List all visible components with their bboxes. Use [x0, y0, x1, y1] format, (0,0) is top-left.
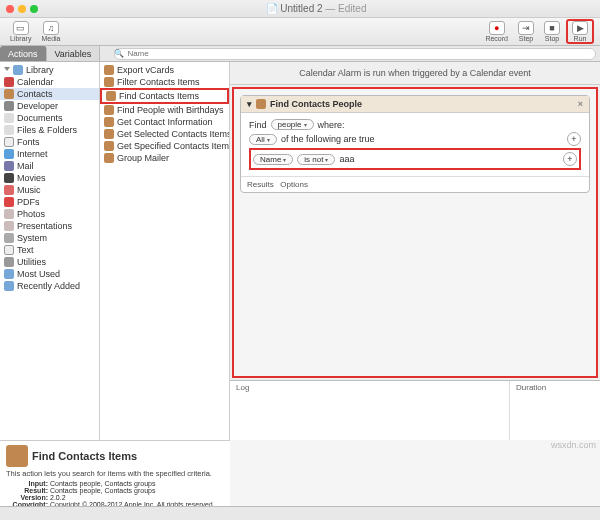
condition-operator-select[interactable]: is not: [297, 154, 335, 165]
movies-icon: [4, 173, 14, 183]
library-item[interactable]: Movies: [0, 172, 99, 184]
media-toggle-button[interactable]: ♫Media: [37, 21, 64, 42]
presentations-icon: [4, 221, 14, 231]
find-label: Find: [249, 120, 267, 130]
action-item[interactable]: Get Selected Contacts Items: [100, 128, 229, 140]
library-item[interactable]: Files & Folders: [0, 124, 99, 136]
status-bar: [0, 506, 600, 520]
library-item[interactable]: Utilities: [0, 256, 99, 268]
search-input[interactable]: [114, 48, 596, 60]
library-item[interactable]: Fonts: [0, 136, 99, 148]
action-item-find-contacts[interactable]: Find Contacts Items: [100, 88, 229, 104]
condition-field-select[interactable]: Name: [253, 154, 293, 165]
action-item[interactable]: Find People with Birthdays: [100, 104, 229, 116]
log-column: Log: [230, 381, 510, 440]
action-icon: [104, 65, 114, 75]
contacts-icon: [6, 445, 28, 467]
scope-select[interactable]: All: [249, 134, 277, 145]
fonts-icon: [4, 137, 14, 147]
info-title: Find Contacts Items: [6, 445, 224, 467]
info-description: This action lets you search for items wi…: [6, 469, 224, 478]
action-item[interactable]: Filter Contacts Items: [100, 76, 229, 88]
library-item[interactable]: Documents: [0, 112, 99, 124]
scope-tail: of the following are true: [281, 134, 375, 144]
library-item[interactable]: Photos: [0, 208, 99, 220]
watermark: wsxdn.com: [551, 440, 596, 450]
action-icon: [104, 153, 114, 163]
workflow-action-card[interactable]: ▾ Find Contacts People × Find people whe…: [240, 95, 590, 193]
condition-value[interactable]: aaa: [339, 154, 354, 164]
contacts-icon: [4, 89, 14, 99]
close-action-button[interactable]: ×: [578, 99, 583, 109]
action-item[interactable]: Get Specified Contacts Items: [100, 140, 229, 152]
action-item[interactable]: Get Contact Information: [100, 116, 229, 128]
library-root[interactable]: Library: [0, 64, 99, 76]
record-button[interactable]: ●Record: [481, 19, 512, 44]
play-icon: ▶: [572, 21, 588, 35]
library-item[interactable]: Calendar: [0, 76, 99, 88]
options-tab[interactable]: Options: [280, 180, 308, 189]
library-toggle-button[interactable]: ▭Library: [6, 21, 35, 42]
media-icon: ♫: [43, 21, 59, 35]
tab-variables[interactable]: Variables: [47, 46, 101, 61]
action-icon: [104, 129, 114, 139]
log-panel: Log Duration: [230, 380, 600, 440]
library-icon: ▭: [13, 21, 29, 35]
action-header[interactable]: ▾ Find Contacts People ×: [241, 96, 589, 113]
library-item[interactable]: PDFs: [0, 196, 99, 208]
actions-list: Export vCards Filter Contacts Items Find…: [100, 62, 230, 440]
stop-icon: ■: [544, 21, 560, 35]
record-icon: ●: [489, 21, 505, 35]
zoom-icon[interactable]: [30, 5, 38, 13]
pdf-icon: [4, 197, 14, 207]
folder-icon: [13, 65, 23, 75]
library-item[interactable]: Internet: [0, 148, 99, 160]
utilities-icon: [4, 257, 14, 267]
titlebar: 📄 Untitled 2 — Edited: [0, 0, 600, 18]
add-condition-button[interactable]: +: [563, 152, 577, 166]
search-icon: 🔍: [114, 49, 124, 58]
where-label: where:: [318, 120, 345, 130]
library-item[interactable]: Text: [0, 244, 99, 256]
workflow-canvas[interactable]: ▾ Find Contacts People × Find people whe…: [232, 87, 598, 378]
action-item[interactable]: Export vCards: [100, 64, 229, 76]
documents-icon: [4, 113, 14, 123]
library-recently-added[interactable]: Recently Added: [0, 280, 99, 292]
step-icon: ⇥: [518, 21, 534, 35]
close-icon[interactable]: [6, 5, 14, 13]
workflow-banner: Calendar Alarm is run when triggered by …: [230, 62, 600, 85]
action-icon: [104, 141, 114, 151]
action-item[interactable]: Group Mailer: [100, 152, 229, 164]
minimize-icon[interactable]: [18, 5, 26, 13]
library-sidebar: Library Calendar Contacts Developer Docu…: [0, 62, 100, 440]
stop-button[interactable]: ■Stop: [540, 19, 564, 44]
internet-icon: [4, 149, 14, 159]
library-item[interactable]: Presentations: [0, 220, 99, 232]
results-tab[interactable]: Results: [247, 180, 274, 189]
duration-column: Duration: [510, 381, 600, 440]
action-footer: Results Options: [241, 176, 589, 192]
calendar-icon: [4, 77, 14, 87]
toolbar: ▭Library ♫Media ●Record ⇥Step ■Stop ▶Run: [0, 18, 600, 46]
action-info-panel: Find Contacts Items This action lets you…: [0, 440, 230, 506]
library-item-contacts[interactable]: Contacts: [0, 88, 99, 100]
add-condition-button[interactable]: +: [567, 132, 581, 146]
photos-icon: [4, 209, 14, 219]
contacts-icon: [256, 99, 266, 109]
find-target-select[interactable]: people: [271, 119, 314, 130]
action-icon: [104, 105, 114, 115]
library-item[interactable]: Music: [0, 184, 99, 196]
step-button[interactable]: ⇥Step: [514, 19, 538, 44]
music-icon: [4, 185, 14, 195]
condition-row: Name is not aaa +: [249, 148, 581, 170]
library-item[interactable]: Developer: [0, 100, 99, 112]
window-controls[interactable]: [6, 5, 38, 13]
disclosure-icon[interactable]: ▾: [247, 99, 252, 109]
library-most-used[interactable]: Most Used: [0, 268, 99, 280]
run-button[interactable]: ▶Run: [566, 19, 594, 44]
disclosure-icon[interactable]: [4, 67, 10, 73]
library-item[interactable]: Mail: [0, 160, 99, 172]
tab-actions[interactable]: Actions: [0, 46, 47, 61]
library-tabs: Actions Variables 🔍: [0, 46, 600, 62]
library-item[interactable]: System: [0, 232, 99, 244]
